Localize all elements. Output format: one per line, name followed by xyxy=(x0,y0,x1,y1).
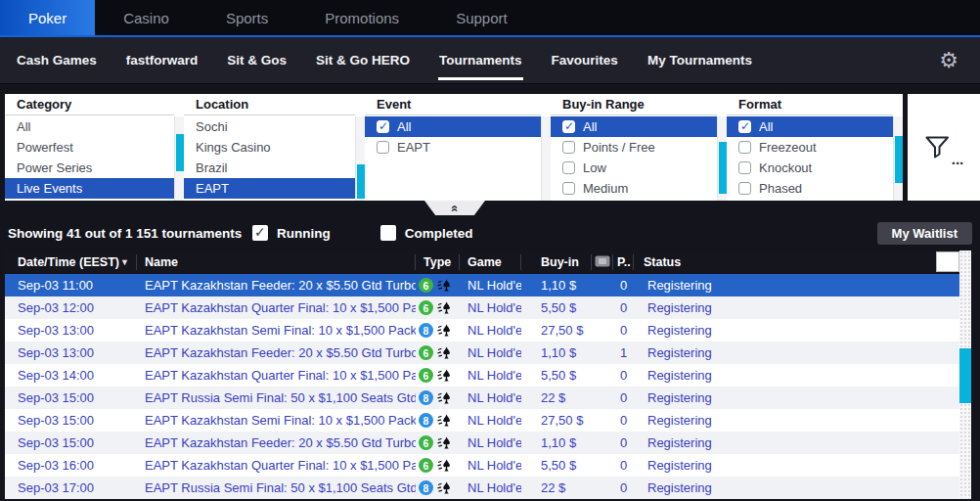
column-header-buyin[interactable]: Buy-in xyxy=(521,254,592,270)
top-nav-tab-poker[interactable]: Poker xyxy=(0,0,95,35)
top-nav-tab-casino[interactable]: Casino xyxy=(95,0,198,35)
column-header-type[interactable]: Type xyxy=(416,254,460,270)
column-header-players[interactable]: P.. xyxy=(613,254,634,270)
filter-option-all[interactable]: All xyxy=(727,116,893,137)
table-row[interactable]: Sep-03 15:00EAPT Russia Semi Final: 50 x… xyxy=(5,387,959,409)
filter-scrollbar-thumb[interactable] xyxy=(895,136,903,183)
sub-nav-tab-sit-go-hero[interactable]: Sit & Go HERO xyxy=(315,37,411,83)
sub-nav-tab-my-tournaments[interactable]: My Tournaments xyxy=(646,37,753,83)
column-header-status[interactable]: Status xyxy=(634,254,959,270)
completed-label: Completed xyxy=(405,226,473,241)
table-row[interactable]: Sep-03 15:00EAPT Kazakhstan Feeder: 20 x… xyxy=(5,432,959,454)
filter-option-eapt[interactable]: EAPT xyxy=(365,137,541,158)
table-row[interactable]: Sep-03 15:00EAPT Kazakhstan Semi Final: … xyxy=(5,409,959,432)
top-nav-tab-sports[interactable]: Sports xyxy=(198,0,296,35)
tournament-status: Registering xyxy=(634,368,959,383)
filter-scrollbar[interactable] xyxy=(717,116,727,201)
filter-option-kings-casino[interactable]: Kings Casino xyxy=(184,137,355,158)
unchecked-checkbox-icon[interactable] xyxy=(738,161,751,174)
filter-option-all[interactable]: All xyxy=(365,116,541,137)
top-nav-tab-support[interactable]: Support xyxy=(427,0,536,35)
column-header-entries[interactable] xyxy=(592,254,613,270)
table-row[interactable]: Sep-03 11:00EAPT Kazakhstan Feeder: 20 x… xyxy=(5,274,959,296)
more-filters-panel[interactable]: ... xyxy=(908,94,980,201)
filter-option-power-series[interactable]: Power Series xyxy=(5,158,174,178)
filter-option-points-free[interactable]: Points / Free xyxy=(551,137,717,158)
unchecked-checkbox-icon[interactable] xyxy=(738,182,751,195)
filter-option-powerfest[interactable]: Powerfest xyxy=(5,137,174,158)
filter-option-all[interactable]: All xyxy=(5,116,174,137)
table-row[interactable]: Sep-03 14:00EAPT Kazakhstan Quarter Fina… xyxy=(5,364,959,387)
table-row[interactable]: Sep-03 13:00EAPT Kazakhstan Semi Final: … xyxy=(5,319,959,342)
running-filter[interactable]: Running xyxy=(252,225,331,241)
filter-option-phased[interactable]: Phased xyxy=(727,178,893,199)
filter-option-label: Live Events xyxy=(17,181,82,196)
column-header-name[interactable]: Name xyxy=(137,254,416,270)
sub-nav-tab-tournaments[interactable]: Tournaments xyxy=(438,37,523,83)
filter-option-label: All xyxy=(759,119,773,134)
running-label: Running xyxy=(277,226,331,241)
unchecked-checkbox-icon[interactable] xyxy=(562,141,575,154)
column-header-datetime[interactable]: Date/Time (EEST) ▼ xyxy=(5,254,137,270)
sub-nav-tab-fastforward[interactable]: fastforward xyxy=(125,37,200,83)
sub-nav-tab-sit-gos[interactable]: Sit & Gos xyxy=(226,37,288,83)
tournament-status: Registering xyxy=(634,345,959,360)
tournament-type: 6 xyxy=(416,345,460,360)
filter-option-label: Knockout xyxy=(759,160,812,175)
filter-scrollbar[interactable] xyxy=(893,116,903,201)
scrollbar-thumb[interactable] xyxy=(959,348,971,403)
unchecked-checkbox-icon[interactable] xyxy=(377,141,389,154)
table-row[interactable]: Sep-03 16:00EAPT Kazakhstan Quarter Fina… xyxy=(5,454,959,477)
turbo-spade-icon xyxy=(437,279,451,292)
running-checkbox[interactable] xyxy=(252,225,268,241)
unchecked-checkbox-icon[interactable] xyxy=(562,161,575,174)
sub-nav-tab-cash-games[interactable]: Cash Games xyxy=(16,37,98,83)
tournament-players: 0 xyxy=(613,413,634,428)
sub-nav-tab-favourites[interactable]: Favourites xyxy=(551,37,619,83)
filter-column-category: CategoryAllPowerfestPower SeriesLive Eve… xyxy=(5,94,184,201)
collapse-filters-button[interactable]: « xyxy=(424,201,485,215)
filter-option-live-events[interactable]: Live Events xyxy=(5,178,174,199)
unchecked-checkbox-icon[interactable] xyxy=(738,141,751,154)
tournament-buyin: 1,10 $ xyxy=(521,435,592,450)
table-scrollbar[interactable] xyxy=(959,250,971,499)
filter-scrollbar[interactable] xyxy=(541,116,551,201)
filter-scrollbar[interactable] xyxy=(174,116,184,201)
table-row[interactable]: Sep-03 17:00EAPT Russia Semi Final: 50 x… xyxy=(5,477,959,499)
completed-filter[interactable]: Completed xyxy=(380,225,473,241)
filter-list: AllFreezeoutKnockoutPhased xyxy=(727,116,893,201)
table-row[interactable]: Sep-03 13:00EAPT Kazakhstan Feeder: 20 x… xyxy=(5,342,959,364)
tournament-name: EAPT Kazakhstan Quarter Final: 10 x $1,5… xyxy=(137,368,416,383)
tournament-name: EAPT Kazakhstan Quarter Final: 10 x $1,5… xyxy=(137,458,416,473)
table-row[interactable]: Sep-03 12:00EAPT Kazakhstan Quarter Fina… xyxy=(5,296,959,319)
filter-option-knockout[interactable]: Knockout xyxy=(727,158,893,178)
filter-option-freezeout[interactable]: Freezeout xyxy=(727,137,893,158)
filter-scrollbar-thumb[interactable] xyxy=(176,134,184,171)
filter-option-sochi[interactable]: Sochi xyxy=(184,116,355,137)
filter-scrollbar-thumb[interactable] xyxy=(357,164,365,199)
checked-checkbox-icon[interactable] xyxy=(738,120,751,133)
tournament-game: NL Hold'em xyxy=(460,435,521,450)
unchecked-checkbox-icon[interactable] xyxy=(562,182,575,195)
tournament-status: Registering xyxy=(634,413,959,428)
tournament-name: EAPT Kazakhstan Quarter Final: 10 x $1,5… xyxy=(137,300,416,315)
filter-option-label: All xyxy=(17,119,30,134)
filter-option-all[interactable]: All xyxy=(551,116,717,137)
filter-panel: CategoryAllPowerfestPower SeriesLive Eve… xyxy=(5,94,903,201)
checked-checkbox-icon[interactable] xyxy=(377,120,389,133)
checked-checkbox-icon[interactable] xyxy=(562,120,575,133)
my-waitlist-button[interactable]: My Waitlist xyxy=(877,222,972,245)
gear-icon[interactable]: ⚙ xyxy=(939,50,964,71)
tournament-game: NL Hold'em xyxy=(460,413,521,428)
filter-option-medium[interactable]: Medium xyxy=(551,178,717,199)
filter-option-brazil[interactable]: Brazil xyxy=(184,158,355,178)
filter-scrollbar-thumb[interactable] xyxy=(719,142,727,194)
completed-checkbox[interactable] xyxy=(380,225,396,241)
filter-scrollbar[interactable] xyxy=(355,116,365,201)
tournament-buyin: 22 $ xyxy=(521,390,592,405)
showing-count-text: Showing 41 out of 1 151 tournaments xyxy=(8,226,252,241)
filter-option-low[interactable]: Low xyxy=(551,158,717,178)
top-nav-tab-promotions[interactable]: Promotions xyxy=(296,0,427,35)
column-header-game[interactable]: Game xyxy=(460,254,521,270)
filter-option-eapt[interactable]: EAPT xyxy=(184,178,355,199)
